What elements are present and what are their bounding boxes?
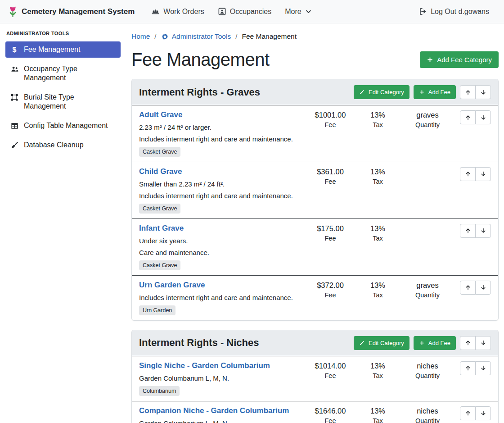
move-fee-down-button[interactable] [475, 110, 491, 124]
arrow-up-icon [465, 89, 471, 96]
fee-tax-col: 13% Tax [359, 223, 397, 242]
sidebar-item-config-table-management[interactable]: Config Table Management [5, 118, 121, 134]
fee-name-link[interactable]: Adult Grave [139, 110, 182, 120]
broom-icon [10, 141, 19, 150]
fee-description: Care and maintenance. [139, 248, 302, 257]
fee-name-link[interactable]: Single Niche - Garden Columbarium [139, 361, 270, 371]
sidebar-item-burial-site-type-management[interactable]: Burial Site Type Management [5, 89, 121, 114]
brand-link[interactable]: Cemetery Management System [8, 5, 135, 18]
fee-amount-col: $1001.00 Fee [306, 110, 355, 128]
arrow-up-icon [465, 340, 471, 346]
category-header: Interment Rights - Niches Edit Category … [132, 330, 498, 356]
top-navbar: Cemetery Management System Work Orders O… [0, 0, 504, 23]
arrow-down-icon [480, 171, 486, 177]
move-category-up-button[interactable] [460, 336, 476, 350]
fee-amount-label: Fee [306, 417, 355, 423]
fee-quantity-label: Quantity [400, 121, 454, 128]
fee-amount-col: $361.00 Fee [306, 167, 355, 185]
logout-link[interactable]: Log Out d.gowans [412, 4, 496, 19]
fee-name-link[interactable]: Child Grave [139, 167, 182, 177]
move-category-up-button[interactable] [460, 85, 476, 99]
move-fee-down-button[interactable] [475, 224, 491, 238]
sidebar-item-label: Config Table Management [24, 121, 108, 130]
move-fee-up-button[interactable] [460, 361, 476, 375]
fee-description: Garden Columbarium L, M, N. [139, 373, 302, 383]
sidebar: ADMINISTRATOR TOOLS $ Fee Management Occ… [0, 23, 126, 423]
edit-category-button[interactable]: Edit Category [354, 85, 410, 99]
fee-quantity: graves [400, 111, 454, 119]
fee-amount-label: Fee [306, 235, 355, 242]
add-fee-category-button[interactable]: Add Fee Category [420, 51, 499, 68]
fee-quantity-col: graves Quantity [400, 280, 454, 299]
logout-label: Log Out d.gowans [431, 8, 489, 16]
category-title: Interment Rights - Niches [139, 337, 259, 349]
sidebar-item-label: Fee Management [24, 45, 80, 54]
fee-tax-label: Tax [359, 121, 397, 128]
breadcrumb: Home / Administrator Tools / Fee Managem… [131, 32, 499, 41]
add-fee-button[interactable]: Add Fee [414, 336, 456, 350]
breadcrumb-admin-tools-link[interactable]: Administrator Tools [161, 32, 231, 41]
fee-description: Includes interment right and care and ma… [139, 134, 302, 144]
move-fee-up-button[interactable] [460, 281, 476, 295]
breadcrumb-home-link[interactable]: Home [131, 32, 150, 41]
add-fee-button[interactable]: Add Fee [414, 85, 456, 99]
fee-quantity-col: niches Quantity [400, 406, 454, 423]
fee-type-badge: Casket Grave [139, 147, 180, 157]
sidebar-item-database-cleanup[interactable]: Database Cleanup [5, 137, 121, 153]
arrow-up-icon [465, 284, 471, 291]
fee-amount: $372.00 [306, 281, 355, 290]
fee-descriptions: 2.23 m² / 24 ft² or larger.Includes inte… [139, 123, 302, 144]
move-fee-up-button[interactable] [460, 110, 476, 124]
move-fee-down-button[interactable] [475, 281, 491, 295]
fee-name-link[interactable]: Infant Grave [139, 223, 184, 234]
add-fee-label: Add Fee [428, 89, 450, 96]
move-fee-up-button[interactable] [460, 167, 476, 181]
fee-quantity-label: Quantity [400, 291, 454, 299]
fee-info: Urn Garden Grave Includes interment righ… [139, 280, 302, 315]
move-fee-down-button[interactable] [475, 406, 491, 420]
edit-category-button[interactable]: Edit Category [354, 336, 410, 350]
fee-amount-label: Fee [306, 372, 355, 379]
move-category-down-button[interactable] [475, 85, 491, 99]
fee-reorder-group [460, 281, 491, 295]
table-icon [10, 122, 19, 130]
nav-occupancies[interactable]: Occupancies [211, 4, 279, 19]
users-icon [10, 65, 19, 73]
breadcrumb-separator: / [235, 32, 237, 41]
nav-work-orders[interactable]: Work Orders [144, 4, 211, 19]
move-fee-up-button[interactable] [460, 406, 476, 420]
fee-tax-label: Tax [359, 235, 397, 242]
fee-description: Garden Columbarium L, M, N. [139, 418, 302, 423]
breadcrumb-home-label: Home [131, 32, 150, 41]
arrow-up-icon [465, 227, 471, 234]
fee-descriptions: Includes interment right and care and ma… [139, 293, 302, 302]
sidebar-item-occupancy-type-management[interactable]: Occupancy Type Management [5, 61, 121, 86]
arrow-down-icon [480, 89, 486, 96]
fee-reorder-group [460, 167, 491, 181]
fee-tax: 13% [359, 362, 397, 370]
fee-name-link[interactable]: Urn Garden Grave [139, 280, 205, 291]
fee-quantity: niches [400, 362, 454, 370]
arrow-up-icon [465, 114, 471, 121]
fee-quantity-col: niches Quantity [400, 361, 454, 379]
sidebar-item-fee-management[interactable]: $ Fee Management [5, 41, 121, 58]
fee-name-link[interactable]: Companion Niche - Garden Columbarium [139, 406, 289, 416]
category-reorder-group [460, 85, 491, 99]
fee-description: Under six years. [139, 236, 302, 246]
fee-description: Includes interment right and care and ma… [139, 191, 302, 200]
occupancy-icon [218, 7, 226, 16]
chevron-down-icon [305, 8, 312, 15]
vector-square-icon [10, 93, 19, 101]
fee-type-badge: Urn Garden [139, 305, 176, 315]
page-layout: ADMINISTRATOR TOOLS $ Fee Management Occ… [0, 23, 504, 423]
nav-more[interactable]: More [278, 4, 318, 19]
fee-category-card: Interment Rights - Graves Edit Category … [131, 79, 499, 321]
main-content: Home / Administrator Tools / Fee Managem… [126, 23, 504, 423]
move-fee-down-button[interactable] [475, 167, 491, 181]
fee-info: Single Niche - Garden Columbarium Garden… [139, 361, 302, 396]
fee-amount: $1001.00 [306, 111, 355, 119]
move-fee-down-button[interactable] [475, 361, 491, 375]
move-category-down-button[interactable] [475, 336, 491, 350]
move-fee-up-button[interactable] [460, 224, 476, 238]
arrow-down-icon [480, 340, 486, 346]
